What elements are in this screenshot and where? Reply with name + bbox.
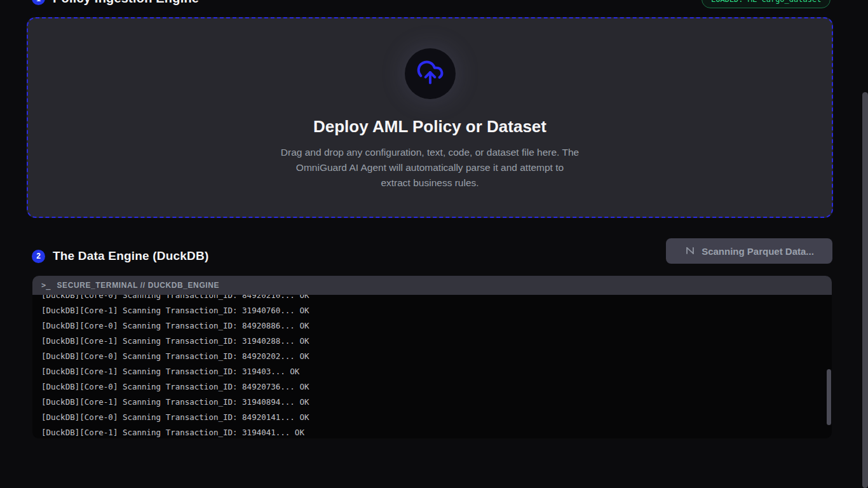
terminal-log-line: [DuckDB][Core-1] Scanning Transaction_ID… [41,364,832,379]
scanning-parquet-button[interactable]: Scanning Parquet Data... [666,238,832,264]
scanning-button-label: Scanning Parquet Data... [702,246,814,257]
data-engine-section-header: 2 The Data Engine (DuckDB) [32,249,209,263]
cloud-upload-icon [416,58,444,89]
terminal-title: SECURE_TERMINAL // DUCKDB_ENGINE [57,281,219,290]
terminal-log-line: [DuckDB][Core-0] Scanning Transaction_ID… [41,295,832,303]
dataset-loaded-status-badge: LOADED: ML cargo_dataset [702,0,831,8]
terminal-log-line: [DuckDB][Core-1] Scanning Transaction_ID… [41,303,832,318]
loader-spinner-icon [684,245,696,258]
step-1-badge: 1 [32,0,45,5]
terminal-log-line: [DuckDB][Core-0] Scanning Transaction_ID… [41,379,832,395]
page-scrollbar-thumb[interactable] [862,92,868,488]
terminal-log-line: [DuckDB][Core-1] Scanning Transaction_ID… [41,395,832,410]
terminal-log-line: [DuckDB][Core-1] Scanning Transaction_ID… [41,425,832,438]
terminal-prompt-icon: >_ [41,281,50,290]
terminal-log-lines: [DuckDB][Core-0] Scanning Transaction_ID… [41,295,832,438]
step-2-badge: 2 [32,250,45,263]
terminal-log-area[interactable]: [DuckDB][Core-0] Scanning Transaction_ID… [32,295,832,438]
dropzone-description: Drag and drop any configuration, text, c… [281,145,580,191]
terminal-log-line: [DuckDB][Core-0] Scanning Transaction_ID… [41,410,832,425]
terminal-log-line: [DuckDB][Core-0] Scanning Transaction_ID… [41,349,832,364]
data-engine-section-title: The Data Engine (DuckDB) [53,249,209,263]
terminal-scrollbar-thumb[interactable] [827,369,831,425]
upload-icon-circle [405,48,456,99]
terminal-header: >_ SECURE_TERMINAL // DUCKDB_ENGINE [32,276,832,295]
ingestion-section-header: 1 Policy Ingestion Engine [32,0,199,6]
ingestion-section-title: Policy Ingestion Engine [53,0,199,6]
terminal-log-line: [DuckDB][Core-1] Scanning Transaction_ID… [41,334,832,349]
dropzone-heading: Deploy AML Policy or Dataset [313,117,546,137]
duckdb-terminal: >_ SECURE_TERMINAL // DUCKDB_ENGINE [Duc… [32,276,832,438]
file-dropzone[interactable]: Deploy AML Policy or Dataset Drag and dr… [27,17,833,218]
terminal-log-line: [DuckDB][Core-0] Scanning Transaction_ID… [41,318,832,334]
